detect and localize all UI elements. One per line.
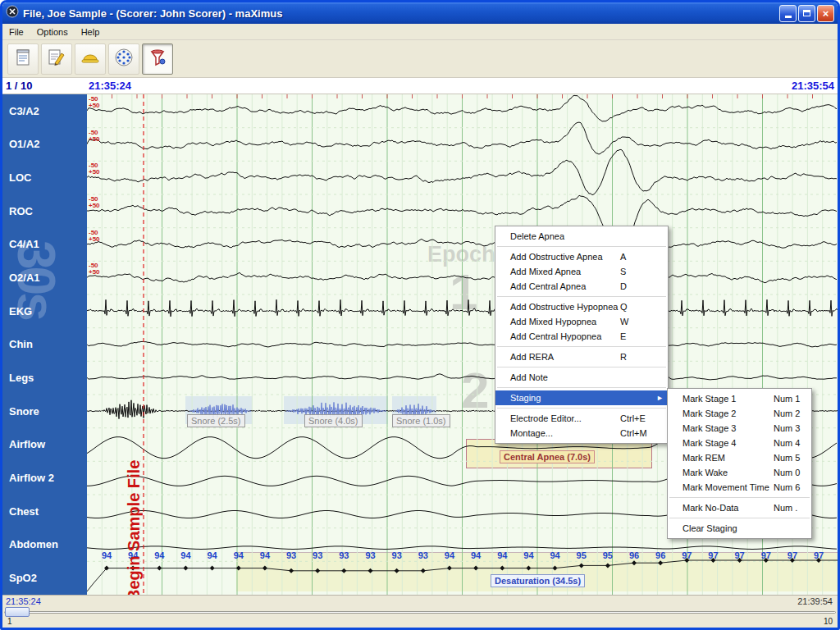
menu-item-add-rera[interactable]: Add RERAR (495, 349, 668, 364)
slider-min-label: 1 (7, 617, 12, 626)
channel-label-o1a2[interactable]: O1/A2 (2, 128, 87, 162)
menu-item-mark-stage-2[interactable]: Mark Stage 2Num 2 (668, 406, 811, 421)
report-button[interactable] (7, 43, 39, 75)
slider-thumb[interactable] (5, 607, 30, 617)
menu-item-mark-rem[interactable]: Mark REMNum 5 (668, 450, 811, 465)
amplitude-scale: -50+50 (89, 162, 100, 176)
menu-item-staging[interactable]: Staging► (495, 390, 668, 405)
slider-labels: 1 10 (2, 618, 838, 628)
amplitude-scale: -50+50 (89, 196, 100, 209)
menu-item-mark-stage-4[interactable]: Mark Stage 4Num 4 (668, 436, 811, 450)
menu-item-mark-no-data[interactable]: Mark No-DataNum . (668, 500, 811, 515)
channel-label-chin[interactable]: Chin (2, 328, 87, 362)
context-menu: Delete Apnea Add Obstructive ApneaA Add … (495, 226, 669, 444)
score-button[interactable] (41, 43, 72, 75)
maximize-button[interactable] (798, 5, 815, 22)
menu-options[interactable]: Options (30, 25, 75, 39)
spo2-value: 94 (150, 550, 168, 560)
spo2-value: 94 (467, 550, 485, 560)
desaturation-event-label[interactable]: Desaturation (34.5s) (491, 574, 585, 587)
menu-separator (497, 408, 666, 409)
snore-event-label[interactable]: Snore (4.0s) (304, 414, 363, 427)
spo2-value: 94 (256, 550, 274, 560)
menu-item-electrode-editor[interactable]: Electrode Editor...Ctrl+E (495, 411, 668, 426)
channel-label-chest[interactable]: Chest (2, 495, 87, 528)
channel-label-airflow[interactable]: Airflow (2, 428, 87, 462)
menu-item-mark-stage-3[interactable]: Mark Stage 3Num 3 (668, 421, 811, 436)
file-start-time: 21:35:24 (6, 596, 41, 606)
spo2-value: 97 (757, 550, 775, 560)
close-button[interactable]: × (817, 5, 834, 22)
spo2-value: 93 (335, 550, 353, 560)
spo2-value: 95 (599, 550, 617, 560)
slider-track[interactable] (4, 611, 836, 614)
spo2-value-row: 9494949494949493939393939394949494949595… (87, 550, 838, 562)
title-bar[interactable]: File, Joe Sample - (Scorer: John Scorer)… (2, 2, 838, 24)
menu-item-montage[interactable]: Montage...Ctrl+M (495, 426, 668, 441)
snore-event-label[interactable]: Snore (2.5s) (187, 414, 245, 427)
staging-submenu: Mark Stage 1Num 1 Mark Stage 2Num 2 Mark… (667, 388, 812, 539)
electrode-map-icon (113, 47, 135, 71)
menu-item-add-mixed-hypopnea[interactable]: Add Mixed HypopneaW (495, 314, 668, 329)
spo2-value: 94 (441, 550, 459, 560)
slider-max-label: 10 (824, 617, 833, 626)
menu-item-add-mixed-apnea[interactable]: Add Mixed ApneaS (495, 264, 668, 279)
channel-label-loc[interactable]: LOC (2, 161, 87, 194)
snore-event-label[interactable]: Snore (1.0s) (392, 414, 450, 427)
menu-help[interactable]: Help (75, 25, 107, 39)
epoch-header: 1 / 10 21:35:24 21:35:54 (2, 78, 838, 94)
menu-separator (669, 518, 810, 518)
menu-item-delete-apnea[interactable]: Delete Apnea (495, 229, 668, 244)
file-end-time: 21:39:54 (797, 596, 833, 606)
menu-bar: File Options Help (2, 24, 838, 40)
begin-file-marker-label: Begin Sample File (125, 386, 144, 595)
spo2-value: 96 (651, 550, 669, 560)
epoch-slider[interactable] (2, 606, 838, 618)
channel-label-c3a2[interactable]: C3/A2 (2, 94, 87, 128)
menu-file[interactable]: File (2, 25, 30, 39)
spo2-value: 97 (704, 550, 722, 560)
spo2-value: 93 (414, 550, 432, 560)
minimize-button[interactable] (779, 5, 797, 22)
central-apnea-event-label[interactable]: Central Apnea (7.0s) (500, 450, 595, 463)
menu-item-mark-wake[interactable]: Mark WakeNum 0 (668, 465, 811, 480)
app-window: File, Joe Sample - (Scorer: John Scorer)… (0, 0, 840, 630)
spo2-value: 93 (308, 550, 326, 560)
menu-item-clear-staging[interactable]: Clear Staging (668, 521, 811, 536)
menu-separator (497, 387, 666, 388)
menu-separator (497, 296, 666, 297)
channel-label-abdomen[interactable]: Abdomen (2, 528, 87, 562)
epoch-position: 1 / 10 (6, 80, 33, 92)
spo2-value: 95 (573, 550, 591, 560)
spo2-value: 94 (546, 550, 564, 560)
spo2-value: 97 (678, 550, 696, 560)
channel-label-c4a1[interactable]: C4/A1 (2, 228, 87, 262)
spo2-value: 96 (625, 550, 643, 560)
menu-item-add-note[interactable]: Add Note (495, 370, 668, 385)
channel-label-o2a1[interactable]: O2/A1 (2, 261, 87, 294)
spo2-value: 93 (362, 550, 380, 560)
amplitude-scale: -50+50 (89, 230, 100, 243)
hat-icon (80, 47, 101, 71)
montage-button[interactable] (108, 43, 139, 75)
channel-label-legs[interactable]: Legs (2, 361, 87, 395)
menu-item-mark-stage-1[interactable]: Mark Stage 1Num 1 (668, 391, 811, 406)
spo2-value: 97 (783, 550, 801, 560)
menu-separator (497, 367, 666, 368)
window-title: File, Joe Sample - (Scorer: John Scorer)… (23, 7, 778, 20)
menu-item-add-central-apnea[interactable]: Add Central ApneaD (495, 279, 668, 294)
filter-button[interactable] (142, 43, 173, 75)
channel-label-airflow2[interactable]: Airflow 2 (2, 461, 87, 495)
channel-label-snore[interactable]: Snore (2, 395, 87, 428)
patient-button[interactable] (75, 43, 106, 75)
toolbar (2, 40, 838, 78)
menu-item-mark-movement-time[interactable]: Mark Movement TimeNum 6 (668, 480, 811, 495)
channel-label-roc[interactable]: ROC (2, 194, 87, 228)
spo2-value: 94 (98, 550, 116, 560)
menu-item-add-central-hypopnea[interactable]: Add Central HypopneaE (495, 329, 668, 344)
menu-item-add-obstructive-hypopnea[interactable]: Add Obstructive HypopneaQ (495, 299, 668, 314)
channel-label-ekg[interactable]: EKG (2, 294, 87, 328)
menu-item-add-obstructive-apnea[interactable]: Add Obstructive ApneaA (495, 249, 668, 264)
window-start-time: 21:35:24 (89, 80, 131, 92)
channel-label-spo2[interactable]: SpO2 (2, 561, 87, 595)
